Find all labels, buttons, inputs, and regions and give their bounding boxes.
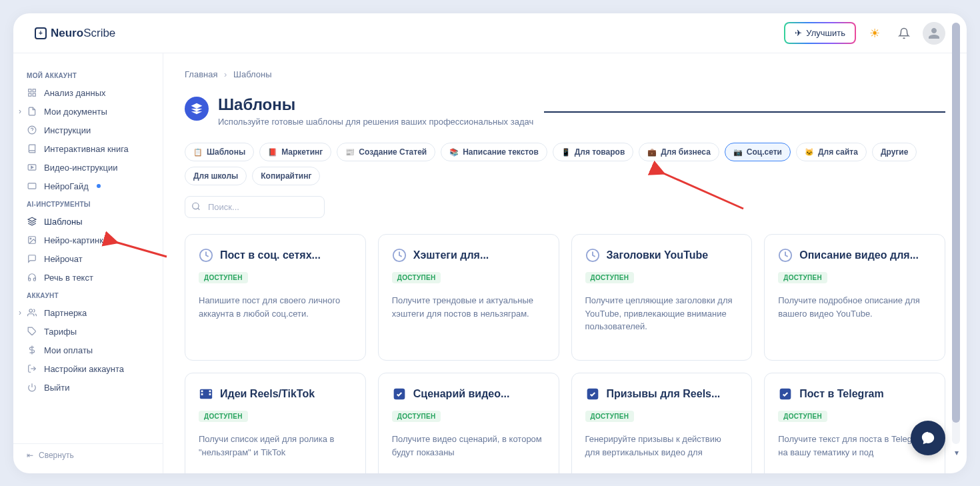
check-icon [585,387,600,401]
svg-marker-9 [28,217,36,221]
clock-icon [199,248,213,263]
card-description: Получите трендовые и актуальные хэштеги … [392,294,545,320]
book-icon [27,143,37,154]
doc-icon [27,106,37,117]
template-card[interactable]: Сценарий видео...ДОСТУПЕНПолучите видео … [378,373,559,473]
sidebar-item[interactable]: Мои документы [13,102,163,121]
sidebar-item-label: Речь в текст [44,273,93,283]
clock-icon [778,248,793,263]
scrollbar-thumb[interactable] [952,23,960,423]
status-badge: ДОСТУПЕН [585,272,635,283]
breadcrumb-current: Шаблоны [233,69,272,79]
improve-button[interactable]: ✈ Улучшить [784,22,856,44]
filter-chip[interactable]: 📋Шаблоны [185,143,254,161]
improve-label: Улучшить [806,28,845,38]
sidebar-item[interactable]: Видео-инструкции [13,158,163,177]
sidebar-item-label: Выйти [44,383,70,393]
logo[interactable]: + NeuroScribe [35,27,115,40]
search-input[interactable] [185,196,325,218]
title-divider [544,111,945,113]
collapse-button[interactable]: ⇤ Свернуть [13,443,163,467]
chip-icon: 🐱 [805,147,814,157]
sidebar-item[interactable]: Шаблоны [13,212,163,231]
sidebar-item[interactable]: Партнерка [13,303,163,322]
bell-icon[interactable] [893,23,915,44]
template-card[interactable]: Пост в соц. сетях...ДОСТУПЕННапишите пос… [185,234,366,361]
sidebar-item[interactable]: Нейрочат [13,249,163,268]
chip-icon: 💼 [647,147,657,157]
sidebar-item-label: Мои документы [44,107,107,117]
svg-point-12 [29,309,33,313]
avatar[interactable] [923,22,945,45]
topbar-actions: ✈ Улучшить ☀ [784,22,945,45]
clock-icon [392,248,407,263]
breadcrumb: Главная › Шаблоны [185,69,945,79]
filter-chip[interactable]: 📷Соц.сети [725,143,791,161]
dollar-icon [27,345,37,355]
scrollbar-track[interactable] [952,23,960,444]
svg-rect-25 [201,393,203,395]
filter-chip[interactable]: Для школы [185,167,247,185]
theme-toggle-icon[interactable]: ☀ [864,23,885,44]
page-header: Шаблоны Используйте готовые шаблоны для … [185,95,533,127]
template-card[interactable]: Идеи Reels/TikTokДОСТУПЕНПолучи список и… [185,373,366,473]
template-card[interactable]: Хэштеги для...ДОСТУПЕНПолучите трендовые… [378,234,559,361]
sidebar-item[interactable]: НейроГайд [13,177,163,195]
chip-label: Копирайтинг [261,171,311,181]
filter-chip[interactable]: 🐱Для сайта [796,143,867,161]
check-icon [778,387,793,401]
sidebar-section-header: МОЙ АККАУНТ [13,67,163,83]
sidebar-item[interactable]: Инструкции [13,121,163,139]
chip-icon: 📷 [733,147,743,157]
card-title: Хэштеги для... [413,249,489,261]
page-subtitle: Используйте готовые шаблоны для решения … [218,117,533,127]
template-card[interactable]: Заголовки YouTubeДОСТУПЕНПолучите цепляю… [571,234,753,361]
svg-rect-26 [209,391,211,393]
sidebar-item[interactable]: Выйти [13,378,163,397]
cards-grid: Пост в соц. сетях...ДОСТУПЕННапишите пос… [185,234,945,473]
svg-rect-27 [209,393,211,395]
filter-row: 📋Шаблоны📕Маркетинг📰Создание Статей📚Напис… [185,143,945,185]
template-card[interactable]: Призывы для Reels...ДОСТУПЕНГенерируйте … [571,373,753,473]
breadcrumb-home[interactable]: Главная [185,69,217,79]
filter-chip[interactable]: Копирайтинг [252,167,320,185]
chat-icon [27,253,37,264]
sidebar-item-label: Партнерка [44,308,87,318]
status-badge: ДОСТУПЕН [585,411,635,422]
sidebar-item[interactable]: Тарифы [13,322,163,341]
sidebar-section-header: АККАУНТ [13,287,163,303]
filter-chip[interactable]: 💼Для бизнеса [639,143,719,161]
sidebar-item[interactable]: Нейро-картинки [13,231,163,249]
filter-chip[interactable]: 📰Создание Статей [337,143,435,161]
search-icon [191,201,201,213]
card-title: Сценарий видео... [413,388,510,400]
chevron-right-icon: › [224,69,227,79]
card-description: Получите видео сценарий, в котором будут… [392,433,545,459]
chip-label: Написание текстов [463,147,539,157]
template-card[interactable]: Описание видео для...ДОСТУПЕНПолучите по… [764,234,945,361]
sidebar-item[interactable]: Интерактивная книга [13,139,163,158]
image-icon [27,235,37,245]
svg-point-17 [193,203,199,209]
sidebar-item-label: Тарифы [44,327,77,337]
filter-chip[interactable]: 📚Написание текстов [441,143,547,161]
sidebar-item[interactable]: Анализ данных [13,83,163,102]
rocket-icon: ✈ [795,28,802,38]
chat-bubble-button[interactable] [911,421,945,455]
card-description: Получите цепляющие заголовки для YouTube… [585,294,739,333]
sidebar-item[interactable]: Речь в текст [13,268,163,287]
filter-chip[interactable]: 📱Для товаров [553,143,634,161]
sidebar-item[interactable]: Мои оплаты [13,341,163,359]
filter-chip[interactable]: Другие [872,143,917,161]
check-icon [392,387,407,401]
status-badge: ДОСТУПЕН [778,272,827,283]
filter-chip[interactable]: 📕Маркетинг [259,143,331,161]
search-box [185,196,325,218]
svg-rect-3 [29,93,31,96]
sidebar-item-label: Анализ данных [44,88,106,98]
chip-icon: 📋 [193,147,203,157]
chevron-down-icon[interactable]: ▾ [955,448,959,457]
sidebar-item[interactable]: Настройки аккаунта [13,359,163,378]
svg-rect-24 [201,391,203,393]
card-description: Получи список идей для ролика в "нельзяг… [199,433,352,459]
